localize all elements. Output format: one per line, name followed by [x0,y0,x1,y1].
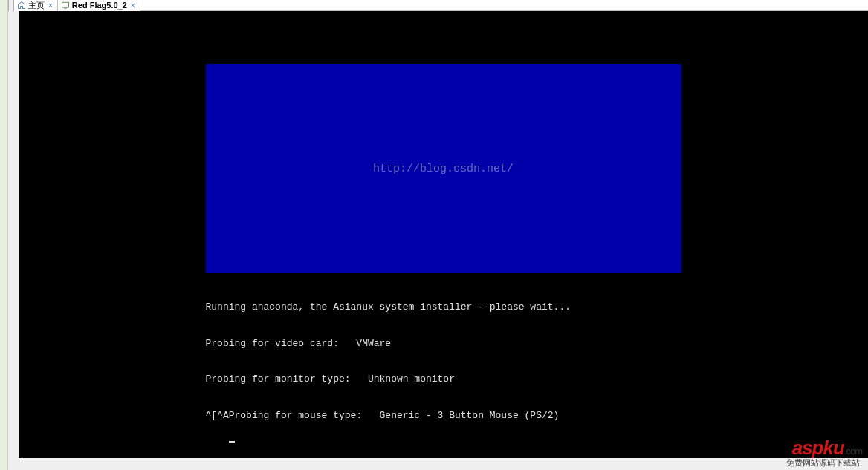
console-line: Running anaconda, the Asianux system ins… [206,301,681,313]
blog-watermark: http://blog.csdn.net/ [373,163,514,175]
tab-label: 主页 [28,0,45,11]
svg-rect-0 [62,2,68,7]
tab-label: Red Flag5.0_2 [72,1,127,10]
cursor [229,441,235,443]
tab-bar: 主页 × Red Flag5.0_2 × [8,0,868,11]
console-output: Running anaconda, the Asianux system ins… [206,277,681,458]
tab-redflag[interactable]: Red Flag5.0_2 × [58,0,140,11]
separator-strip [8,0,14,11]
console-line: ^[^AProbing for mouse type: Generic - 3 … [206,410,681,422]
home-icon [17,1,26,10]
tab-home[interactable]: 主页 × [14,0,58,11]
vm-icon [61,1,70,10]
svg-rect-1 [64,8,68,9]
close-icon[interactable]: × [47,1,54,10]
installer-blue-screen: http://blog.csdn.net/ [206,64,681,273]
bottom-strip [8,458,868,470]
console-line: Probing for monitor type: Unknown monito… [206,373,681,385]
vm-console-area[interactable]: http://blog.csdn.net/ Running anaconda, … [19,11,868,458]
left-sidebar-strip [0,0,8,470]
console-line: Probing for video card: VMWare [206,338,681,350]
close-icon[interactable]: × [129,1,137,10]
